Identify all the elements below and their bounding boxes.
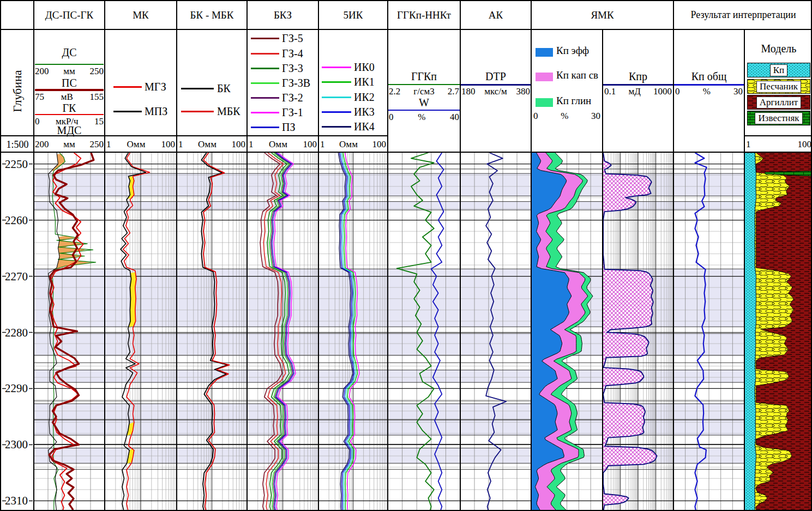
col-border-3 (176, 1, 177, 511)
legend-line-gz5 (251, 38, 279, 39)
legend-swatch-kp-eff (536, 48, 553, 57)
legend-label-gz1: ГЗ-1 (282, 106, 303, 119)
scale-ps: 75мВ155 (35, 92, 104, 103)
legend-line-ik2 (322, 97, 351, 98)
legend-label-kp-glin: Кп глин (556, 93, 591, 109)
legend-label-ik0: ИК0 (354, 61, 375, 74)
scale-label-w: W (388, 96, 460, 109)
legend-label-mbk: МБК (217, 105, 240, 118)
legend-swatch-kp-glin (536, 98, 553, 107)
log-plot-area: 2250226022702280229023002310 (1, 153, 812, 511)
col-border-1 (33, 1, 34, 511)
model-title: Модель (744, 41, 812, 56)
col-border-9 (602, 29, 603, 511)
litho-legend-lime: Известняк (747, 111, 810, 125)
scale-line-dtp (461, 84, 531, 86)
svg-text:2290: 2290 (5, 382, 28, 395)
legend-label-gz3: ГЗ-3 (282, 62, 303, 75)
scale-label-ds: ДС (34, 46, 105, 59)
scale-mk: 1Омм100 (106, 139, 175, 151)
scale-label-kpr: Кпр (603, 70, 673, 83)
scale-line-kp-obsh (674, 84, 744, 86)
scale-kp-obsh: 0%30 (675, 86, 743, 97)
legend-label-ik4: ИК4 (354, 120, 375, 133)
legend-line-ik4 (322, 126, 351, 128)
scale-ratio: 1:500 (1, 137, 34, 152)
legend-line-pz (251, 127, 279, 128)
svg-text:2270: 2270 (5, 270, 28, 283)
legend-line-ik1 (322, 81, 351, 83)
track-title-ak: АК (460, 1, 531, 29)
legend-line-gz3 (251, 68, 279, 69)
legend-label-gz4: ГЗ-4 (282, 47, 303, 60)
scale-label-kp-obsh: Кп общ (673, 70, 744, 83)
svg-text:2280: 2280 (5, 326, 28, 339)
scale-label-ps: ПС (34, 76, 105, 89)
scale-dtp: 180мкс/м380 (461, 86, 530, 97)
litho-legend-kp: Кп (747, 63, 810, 77)
svg-text:2250: 2250 (5, 158, 28, 171)
legend-label-pz: ПЗ (282, 121, 295, 134)
scale-bkz: 1Омм100 (249, 139, 317, 151)
col-border-4 (246, 1, 248, 511)
scale-row-divider-left (1, 135, 388, 136)
depth-axis-title: Глубина (1, 29, 34, 153)
col-border-5 (318, 1, 319, 511)
scale-line-ggkp (388, 84, 460, 85)
track-title-mk: МК (105, 1, 177, 29)
track-title-ggkp-nnkt: ГГКп-ННКт (388, 1, 460, 29)
legend-line-mpz (113, 111, 142, 112)
legend-label-ik1: ИК1 (354, 75, 375, 88)
legend-label-ik2: ИК2 (354, 91, 375, 104)
legend-label-gz2: ГЗ-2 (282, 91, 303, 104)
legend-label-gz3v: ГЗ-3В (282, 76, 310, 89)
legend-line-mgz (113, 86, 142, 88)
scale-mds: 200мм250 (35, 139, 104, 151)
legend-label-mgz: МГЗ (145, 80, 166, 93)
plot-top-border (1, 152, 812, 153)
legend-label-ik3: ИК3 (354, 105, 375, 118)
scale-w: 0%40 (389, 112, 459, 123)
scale-row-divider-model (744, 135, 812, 136)
scale-bk: 1Омм100 (178, 139, 245, 151)
legend-line-bk (181, 88, 214, 89)
col-border-7 (460, 1, 461, 511)
col-border-2 (104, 1, 105, 511)
track-title-bk-mbk: БК - МБК (177, 1, 247, 29)
track-title-yamk: ЯМК (531, 1, 673, 29)
litho-legend-sand: Песчаник (747, 79, 810, 94)
track-title-5ik: 5ИК (318, 1, 388, 29)
scale-label-gk: ГК (34, 101, 105, 115)
svg-text:2300: 2300 (5, 438, 28, 451)
legend-line-gz4 (251, 53, 279, 55)
legend-swatch-kp-kap (536, 73, 553, 81)
legend-line-ik0 (322, 67, 351, 68)
svg-text:2260: 2260 (5, 214, 28, 227)
legend-label-bk: БК (217, 82, 231, 95)
scale-kpr: 0.1мД1000 (604, 86, 672, 97)
legend-line-mbk (181, 111, 214, 112)
legend-line-ik3 (322, 111, 351, 113)
scale-5ik: 1Омм100 (320, 139, 386, 151)
scale-ggkp: 2.2г/см32.7 (389, 86, 459, 97)
svg-text:2310: 2310 (5, 494, 28, 507)
legend-label-kp-kap: Кп кап св (556, 68, 598, 83)
well-log-sheet: { "header":{ "depth":{"title":"Глубина",… (0, 0, 812, 511)
col-border-6 (387, 1, 388, 511)
track-title-ds-ps-gk: ДС-ПС-ГК (34, 1, 105, 29)
scale-yamk: 0%30 (533, 111, 600, 122)
scale-line-w (388, 110, 460, 111)
track-title-result: Результат интерпретации (673, 1, 812, 29)
legend-line-gz1 (251, 112, 279, 113)
scale-line-gk (35, 114, 104, 115)
scale-ds: 200мм250 (35, 66, 104, 77)
legend-line-gz2 (251, 97, 279, 99)
col-border-10 (673, 1, 674, 511)
legend-label-kp-eff: Кп эфф (556, 43, 589, 58)
scale-label-mds: МДС (34, 124, 105, 136)
litho-legend-arg: Аргиллит (747, 95, 810, 110)
scale-line-kpr (603, 84, 673, 86)
legend-label-gz5: ГЗ-5 (282, 32, 303, 45)
scale-line-ds (35, 64, 104, 65)
col-border-11 (744, 29, 745, 511)
